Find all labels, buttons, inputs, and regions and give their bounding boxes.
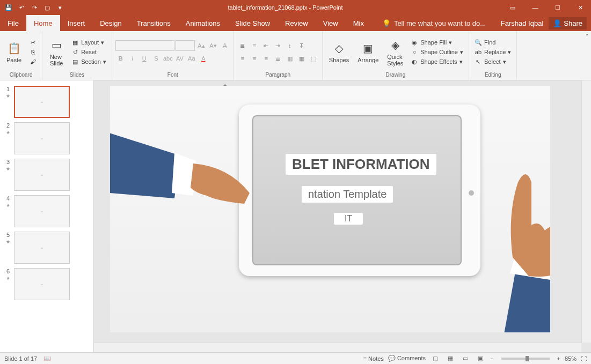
- layout-button[interactable]: ▦Layout ▾: [69, 38, 108, 47]
- find-button[interactable]: 🔍Find: [472, 38, 513, 47]
- minimize-icon[interactable]: —: [524, 0, 546, 15]
- new-slide-button[interactable]: ▭ New Slide: [46, 33, 67, 71]
- font-color-button[interactable]: A: [198, 53, 209, 64]
- underline-button[interactable]: U: [139, 53, 150, 64]
- holding-hand-graphic[interactable]: [432, 161, 550, 332]
- smartart-button[interactable]: ⬚: [308, 53, 319, 64]
- tab-animations[interactable]: Animations: [178, 15, 228, 31]
- qat-dropdown-icon[interactable]: ▾: [56, 3, 64, 12]
- section-button[interactable]: ▤Section ▾: [69, 57, 108, 66]
- grow-font-button[interactable]: A▴: [196, 40, 207, 51]
- notes-button[interactable]: ≡ Notes: [363, 355, 384, 362]
- thumb-image: ▭: [14, 195, 70, 227]
- align-right-button[interactable]: ≡: [261, 53, 272, 64]
- slide-content[interactable]: BLET INFORMATION ntation Template IT: [110, 86, 550, 332]
- font-family-dropdown[interactable]: [115, 40, 174, 51]
- vertical-scrollbar[interactable]: [581, 80, 591, 343]
- slide-subtitle[interactable]: ntation Template: [302, 186, 393, 203]
- slide-title[interactable]: BLET INFORMATION: [286, 154, 436, 175]
- shape-effects-button[interactable]: ◐Shape Effects ▾: [408, 57, 465, 66]
- paste-button[interactable]: 📋 Paste: [3, 33, 25, 71]
- tab-file[interactable]: File: [0, 15, 26, 31]
- maximize-icon[interactable]: ☐: [547, 0, 568, 15]
- user-name[interactable]: Farshad Iqbal: [501, 19, 544, 27]
- start-slideshow-icon[interactable]: ▢: [43, 3, 52, 12]
- save-icon[interactable]: 💾: [4, 3, 13, 12]
- tab-design[interactable]: Design: [92, 15, 129, 31]
- shapes-button[interactable]: ◇Shapes: [326, 33, 352, 71]
- shape-outline-button[interactable]: ○Shape Outline ▾: [408, 48, 465, 56]
- align-left-button[interactable]: ≡: [237, 53, 248, 64]
- layout-icon: ▦: [71, 39, 79, 46]
- slide-thumb[interactable]: 4★▭: [0, 193, 93, 229]
- align-center-button[interactable]: ≡: [249, 53, 260, 64]
- case-button[interactable]: Aa: [186, 53, 197, 64]
- select-button[interactable]: ↖Select ▾: [472, 57, 513, 66]
- zoom-in-button[interactable]: +: [557, 355, 560, 362]
- font-size-dropdown[interactable]: [176, 40, 195, 51]
- reading-view-button[interactable]: ▭: [460, 354, 471, 363]
- slide-thumb[interactable]: 5★▭: [0, 229, 93, 266]
- fit-to-window-button[interactable]: ⛶: [581, 355, 587, 362]
- indent-right-button[interactable]: ⇥: [273, 40, 283, 51]
- slide-counter[interactable]: Slide 1 of 17: [4, 355, 37, 362]
- reset-icon: ↺: [71, 48, 79, 56]
- slide-thumb[interactable]: 3★▭: [0, 157, 93, 193]
- slide-thumb[interactable]: 1★▭: [0, 84, 93, 120]
- indent-left-button[interactable]: ⇤: [261, 40, 272, 51]
- zoom-slider[interactable]: [501, 358, 550, 360]
- slide-button-text[interactable]: IT: [334, 213, 363, 225]
- tab-mix[interactable]: Mix: [346, 15, 371, 31]
- italic-button[interactable]: I: [127, 53, 138, 64]
- tab-insert[interactable]: Insert: [60, 15, 93, 31]
- arrange-button[interactable]: ▣Arrange: [354, 33, 382, 71]
- slideshow-view-button[interactable]: ▣: [475, 354, 486, 363]
- columns-button[interactable]: ▥: [284, 53, 295, 64]
- tab-home[interactable]: Home: [26, 15, 60, 31]
- format-painter-button[interactable]: 🖌: [27, 57, 39, 66]
- tell-me-search[interactable]: 💡 Tell me what you want to do...: [371, 19, 501, 27]
- bold-button[interactable]: B: [115, 53, 126, 64]
- spacing-button[interactable]: AV: [174, 53, 185, 64]
- slide-canvas[interactable]: ✦ BLET INFORMATION ntation Template IT: [94, 80, 591, 352]
- zoom-out-button[interactable]: −: [490, 355, 493, 362]
- close-icon[interactable]: ✕: [570, 0, 591, 15]
- collapse-ribbon-button[interactable]: ˄: [583, 31, 591, 80]
- slide-panel[interactable]: 1★▭ 2★▭ 3★▭ 4★▭ 5★▭ 6★▭: [0, 80, 94, 352]
- justify-button[interactable]: ≣: [273, 53, 283, 64]
- text-direction-button[interactable]: ↧: [296, 40, 307, 51]
- numbering-button[interactable]: ≡: [249, 40, 260, 51]
- sorter-view-button[interactable]: ▦: [445, 354, 456, 363]
- zoom-level[interactable]: 85%: [565, 355, 577, 362]
- thumb-image: ▭: [14, 159, 70, 191]
- share-button[interactable]: 👤 Share: [549, 17, 587, 29]
- slide-thumb[interactable]: 6★▭: [0, 266, 93, 302]
- tab-transitions[interactable]: Transitions: [129, 15, 178, 31]
- horizontal-scrollbar[interactable]: [94, 343, 581, 352]
- shape-fill-button[interactable]: ◉Shape Fill ▾: [408, 38, 465, 47]
- line-spacing-button[interactable]: ↕: [284, 40, 295, 51]
- reset-button[interactable]: ↺Reset: [69, 48, 108, 56]
- redo-icon[interactable]: ↷: [30, 3, 39, 12]
- ribbon-options-icon[interactable]: ▭: [502, 0, 523, 15]
- pointing-hand-graphic[interactable]: [110, 113, 250, 220]
- quick-styles-button[interactable]: ◈Quick Styles: [384, 33, 406, 71]
- slide-thumb[interactable]: 2★▭: [0, 120, 93, 157]
- normal-view-button[interactable]: ▢: [430, 354, 441, 363]
- tab-slideshow[interactable]: Slide Show: [228, 15, 278, 31]
- cut-button[interactable]: ✂: [27, 38, 39, 47]
- spell-check-icon[interactable]: 📖: [43, 355, 51, 362]
- tab-review[interactable]: Review: [278, 15, 316, 31]
- editing-label: Editing: [472, 71, 513, 78]
- shrink-font-button[interactable]: A▾: [208, 40, 218, 51]
- clear-format-button[interactable]: A̶: [220, 40, 230, 51]
- tab-view[interactable]: View: [316, 15, 346, 31]
- bullets-button[interactable]: ≣: [237, 40, 248, 51]
- align-text-button[interactable]: ▦: [296, 53, 307, 64]
- undo-icon[interactable]: ↶: [17, 3, 26, 12]
- shadow-button[interactable]: abc: [163, 53, 173, 64]
- replace-button[interactable]: abReplace ▾: [472, 48, 513, 56]
- strike-button[interactable]: S: [151, 53, 162, 64]
- comments-button[interactable]: 💬 Comments: [388, 355, 426, 362]
- copy-button[interactable]: ⎘: [27, 48, 39, 56]
